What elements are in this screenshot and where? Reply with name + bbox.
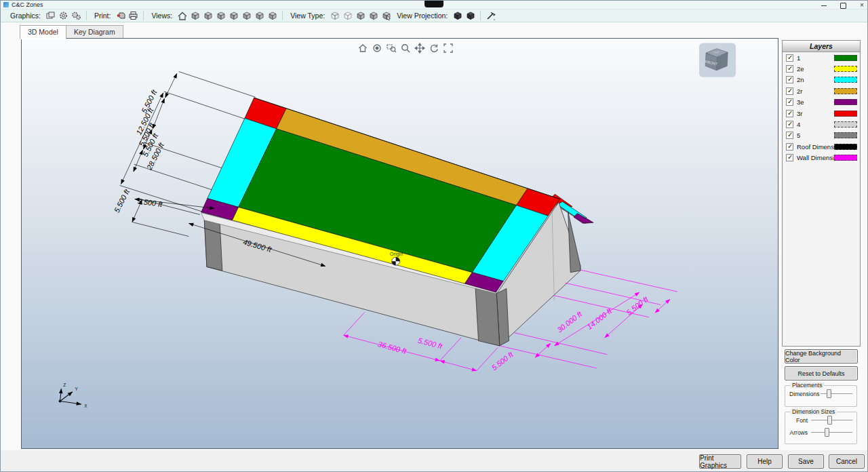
dimensions-slider-label: Dimensions — [789, 391, 821, 397]
svg-text:5.500 ft: 5.500 ft — [417, 336, 443, 350]
app-icon — [3, 2, 9, 7]
view-iso-4-icon[interactable] — [228, 10, 239, 21]
layer-label: Wall Dimensions — [797, 154, 834, 161]
svg-text:5.500 ft: 5.500 ft — [113, 187, 132, 214]
tab-key-diagram[interactable]: Key Diagram — [66, 25, 123, 39]
layer-label: 1 — [797, 54, 834, 62]
change-background-color-button[interactable]: Change Background Color — [785, 349, 858, 363]
arrows-slider[interactable] — [811, 428, 852, 437]
layer-label: 3r — [797, 110, 834, 117]
tab-3d-model[interactable]: 3D Model — [20, 25, 66, 39]
vp-pan-icon[interactable] — [414, 42, 426, 54]
svg-text:5.500 ft: 5.500 ft — [137, 197, 163, 208]
layer-color-swatch[interactable] — [834, 99, 857, 105]
layer-row: 1 — [783, 52, 860, 63]
view-iso-7-icon[interactable] — [267, 10, 278, 21]
view-cube[interactable]: FRONT TOP — [699, 43, 736, 77]
layer-color-swatch[interactable] — [834, 77, 857, 83]
placements-group: Placements Dimensions — [785, 385, 857, 407]
svg-text:14.000 ft: 14.000 ft — [585, 307, 614, 331]
layer-row: 3r — [783, 108, 860, 119]
font-slider-label: Font — [789, 417, 811, 424]
layer-checkbox[interactable] — [786, 121, 793, 128]
close-icon[interactable]: × — [858, 1, 866, 9]
layer-checkbox[interactable] — [786, 143, 793, 151]
layer-row: 2r — [783, 85, 860, 96]
view-type-label: View Type: — [290, 12, 325, 20]
layer-color-swatch[interactable] — [834, 132, 857, 138]
home-view-icon[interactable] — [176, 10, 188, 21]
shaded-view-icon[interactable] — [355, 10, 366, 21]
view-iso-3-icon[interactable] — [215, 10, 226, 21]
layer-checkbox[interactable] — [786, 76, 793, 83]
vp-home-icon[interactable] — [357, 42, 369, 54]
hidden-line-view-icon[interactable] — [342, 10, 353, 21]
vp-zoom-icon[interactable] — [399, 42, 412, 54]
vp-orbit-icon[interactable] — [371, 42, 383, 54]
save-button[interactable]: Save — [788, 454, 824, 469]
layer-label: 4 — [797, 121, 834, 128]
view-iso-5-icon[interactable] — [241, 10, 252, 21]
print-preview-icon[interactable] — [45, 10, 56, 21]
layer-color-swatch[interactable] — [834, 66, 857, 72]
parallel-projection-icon[interactable] — [452, 10, 463, 21]
layer-color-swatch[interactable] — [834, 111, 857, 117]
reset-to-defaults-button[interactable]: Reset to Defaults — [785, 366, 858, 380]
footer-bar: Print Graphics Help Save Cancel — [1, 450, 868, 472]
shaded-edges-view-icon[interactable] — [368, 10, 379, 21]
layer-checkbox[interactable] — [786, 87, 793, 95]
layer-checkbox[interactable] — [786, 154, 793, 161]
layer-label: Roof Dimensions — [797, 143, 834, 151]
measure-tool-icon[interactable] — [485, 10, 496, 21]
dimensions-slider[interactable] — [821, 389, 852, 398]
restore-icon[interactable] — [839, 1, 847, 9]
view-iso-6-icon[interactable] — [254, 10, 265, 21]
viewport-3d[interactable]: 5.500 ft 12.500 ft 5.500 ft 5.500 ft 28.… — [21, 38, 778, 449]
pick-view-icon[interactable] — [380, 10, 392, 21]
axis-triad: Z Y X — [59, 382, 87, 408]
layer-color-swatch[interactable] — [834, 121, 857, 127]
layer-label: 2e — [797, 65, 834, 73]
minimize-icon[interactable] — [820, 1, 828, 9]
perspective-projection-icon[interactable] — [465, 10, 476, 21]
vp-rotate-icon[interactable] — [428, 42, 440, 54]
help-button[interactable]: Help — [747, 454, 783, 469]
view-iso-2-icon[interactable] — [202, 10, 214, 21]
layer-checkbox[interactable] — [786, 65, 793, 73]
layer-checkbox[interactable] — [786, 54, 793, 62]
layers-list: 12e2n2r3e3r45Roof DimensionsWall Dimensi… — [783, 52, 860, 163]
recording-indicator — [425, 1, 443, 7]
layer-color-swatch[interactable] — [834, 155, 857, 161]
cancel-button[interactable]: Cancel — [829, 454, 865, 469]
print-label: Print: — [94, 12, 111, 20]
axis-y-label: Y — [75, 387, 79, 391]
vp-fullscreen-icon[interactable] — [442, 42, 454, 54]
font-slider[interactable] — [811, 416, 852, 425]
layers-panel-title: Layers — [783, 41, 860, 52]
layer-row: 3e — [783, 97, 860, 108]
layer-checkbox[interactable] — [786, 110, 793, 117]
layer-label: 3e — [797, 98, 834, 106]
printer-icon[interactable] — [127, 10, 139, 21]
wireframe-view-icon[interactable] — [329, 10, 340, 21]
layer-row: 4 — [783, 119, 860, 130]
layer-label: 2r — [797, 87, 834, 95]
graphics-export-icon[interactable] — [71, 10, 82, 21]
layer-label: 5 — [797, 132, 834, 139]
view-iso-1-icon[interactable] — [189, 10, 201, 21]
views-label: Views: — [151, 12, 172, 20]
layer-color-swatch[interactable] — [834, 88, 857, 94]
vp-zoom-window-icon[interactable] — [385, 42, 397, 54]
layer-checkbox[interactable] — [786, 98, 793, 106]
layer-row: 2e — [783, 63, 860, 74]
graphics-label: Graphics: — [10, 12, 41, 20]
layer-color-swatch[interactable] — [834, 55, 857, 61]
layer-label: 2n — [797, 76, 834, 83]
layers-panel: Layers 12e2n2r3e3r45Roof DimensionsWall … — [782, 40, 861, 347]
print-graphics-button[interactable]: Print Graphics — [699, 454, 741, 469]
layer-color-swatch[interactable] — [834, 144, 857, 150]
viewport-toolbar — [357, 42, 454, 54]
graphics-settings-icon[interactable] — [58, 10, 69, 21]
layer-checkbox[interactable] — [786, 132, 793, 139]
print-export-icon[interactable] — [115, 10, 126, 21]
